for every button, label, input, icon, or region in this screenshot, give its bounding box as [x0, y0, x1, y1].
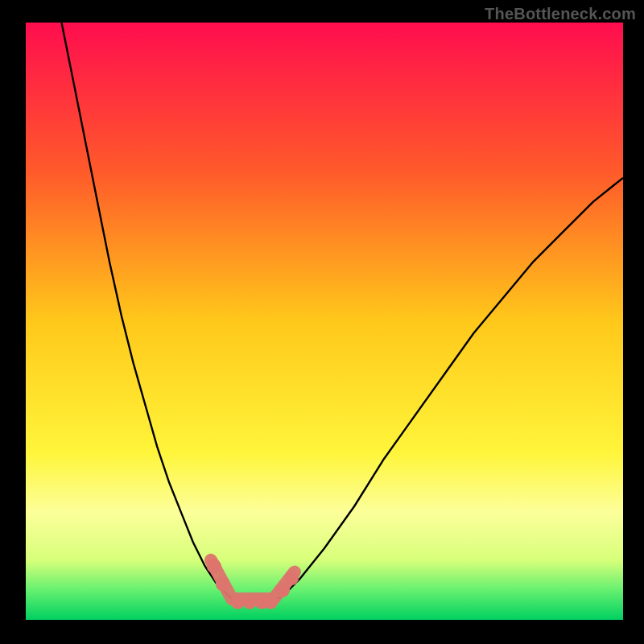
bottleneck-chart — [0, 0, 644, 644]
marker-right-cluster-top — [284, 571, 299, 585]
watermark-text: TheBottleneck.com — [485, 5, 636, 23]
gradient-background — [26, 23, 623, 620]
marker-right-cluster-bottom — [275, 583, 290, 597]
marker-left-cluster-bottom — [216, 577, 230, 592]
marker-left-cluster-top — [207, 559, 221, 573]
marker-flat-right — [263, 595, 278, 609]
chart-stage: TheBottleneck.com — [0, 0, 644, 644]
